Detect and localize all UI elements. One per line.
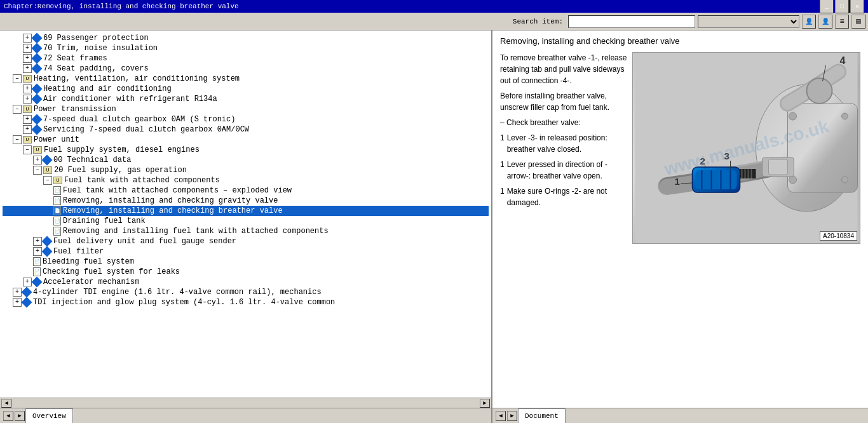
tree-item-label: Removing, installing and checking breath… bbox=[63, 206, 283, 215]
tree-item[interactable]: 📄 Bleeding fuel system bbox=[3, 257, 489, 267]
tree-item-label: Fuel supply system, diesel engines bbox=[44, 145, 200, 154]
step-text-3: Make sure O-rings -2- are not damaged. bbox=[507, 185, 627, 208]
expand-icon[interactable]: – bbox=[43, 176, 52, 185]
expand-icon[interactable]: – bbox=[13, 135, 22, 144]
expand-icon[interactable]: + bbox=[23, 125, 32, 134]
tree-item-label: Heating, ventilation, air conditioning s… bbox=[34, 74, 240, 83]
tree-item[interactable]: 📄 Fuel tank with attached components – e… bbox=[3, 185, 489, 196]
expand-icon[interactable]: + bbox=[23, 54, 32, 63]
tree-item[interactable]: + Air conditioner with refrigerant R134a bbox=[3, 94, 489, 104]
menu-button[interactable]: ▤ bbox=[851, 15, 865, 29]
nav-back-button[interactable]: ◀ bbox=[3, 411, 13, 421]
diag-num-1: 1 bbox=[675, 176, 680, 187]
document-tab[interactable]: Document bbox=[518, 408, 566, 423]
user-icon-button[interactable]: 👤 bbox=[802, 15, 816, 29]
tree-item[interactable]: 📄 Draining fuel tank bbox=[3, 216, 489, 226]
svg-point-20 bbox=[789, 176, 797, 184]
tree-item[interactable]: – U Fuel supply system, diesel engines bbox=[3, 145, 489, 155]
tree-item-label: Fuel filter bbox=[53, 247, 104, 256]
svg-point-22 bbox=[842, 177, 848, 183]
nav-forward-button[interactable]: ▶ bbox=[15, 411, 25, 421]
settings-button[interactable]: ≡ bbox=[835, 15, 849, 29]
scroll-right-button[interactable]: ▶ bbox=[480, 399, 490, 408]
right-panel: Removing, installing and checking breath… bbox=[492, 30, 868, 408]
expand-icon[interactable]: + bbox=[33, 237, 42, 246]
minimize-button[interactable]: _ bbox=[820, 0, 834, 13]
expand-icon[interactable]: + bbox=[23, 84, 32, 93]
maximize-button[interactable]: □ bbox=[835, 0, 849, 13]
tree-item-label: Draining fuel tank bbox=[63, 217, 146, 225]
tree-item-label: 00 Technical data bbox=[53, 156, 131, 164]
tree-item[interactable]: + Fuel delivery unit and fuel gauge send… bbox=[3, 236, 489, 246]
expand-icon[interactable]: + bbox=[23, 278, 32, 286]
status-bar: ◀ ▶ Overview ◀ ▶ Document bbox=[0, 408, 868, 423]
tree-item-label: Accelerator mechanism bbox=[43, 278, 139, 286]
step-num-3: 1 bbox=[500, 185, 505, 208]
diagram-svg: 4 bbox=[633, 53, 860, 243]
expand-icon[interactable]: + bbox=[23, 34, 32, 43]
search-label: Search item: bbox=[513, 18, 563, 25]
tree-item[interactable]: – U Power unit bbox=[3, 135, 489, 145]
tree-item[interactable]: 📄 Checking fuel system for leaks bbox=[3, 267, 489, 277]
expand-icon[interactable]: – bbox=[13, 105, 22, 114]
tree-item[interactable]: + 00 Technical data bbox=[3, 155, 489, 165]
expand-icon[interactable]: + bbox=[13, 298, 22, 307]
tree-item-label: 20 Fuel supply, gas operation bbox=[54, 166, 187, 175]
tree-item[interactable]: + Fuel filter bbox=[3, 246, 489, 257]
tree-item-label: Fuel tank with attached components bbox=[64, 176, 220, 185]
tree-item[interactable]: + Servicing 7-speed dual clutch gearbox … bbox=[3, 124, 489, 135]
tree-item[interactable]: – U Power transmission bbox=[3, 104, 489, 114]
svg-rect-24 bbox=[769, 159, 788, 175]
search-dropdown[interactable] bbox=[698, 15, 799, 28]
search-input[interactable] bbox=[568, 15, 695, 28]
expand-icon[interactable]: – bbox=[13, 74, 22, 83]
para-remove: To remove breather valve -1-, release re… bbox=[500, 52, 627, 86]
tree-item[interactable]: + 4-cylinder TDI engine (1.6 ltr. 4-valv… bbox=[3, 287, 489, 297]
diagram-image: 4 bbox=[633, 53, 860, 243]
tree-item[interactable]: + 72 Seat frames bbox=[3, 53, 489, 64]
step-text-2: Lever pressed in direction of -arrow-: b… bbox=[507, 159, 627, 182]
expand-icon[interactable]: + bbox=[33, 156, 42, 164]
para-before: Before installing breather valve, unscre… bbox=[500, 90, 627, 113]
nav-buttons-left: ◀ ▶ bbox=[3, 411, 25, 421]
expand-icon[interactable]: + bbox=[23, 115, 32, 124]
tree-item[interactable]: – U 20 Fuel supply, gas operation bbox=[3, 165, 489, 175]
user2-icon-button[interactable]: 👤 bbox=[818, 15, 832, 29]
tree-item[interactable]: + TDI injection and glow plug system (4-… bbox=[3, 297, 489, 307]
tree-hscrollbar[interactable]: ◀ ▶ bbox=[0, 398, 491, 408]
tree-item[interactable]: + 70 Trim, noise insulation bbox=[3, 43, 489, 53]
tree-item[interactable]: + 7-speed dual clutch gearbox 0AM (S tro… bbox=[3, 114, 489, 124]
tree-item[interactable]: + 69 Passenger protection bbox=[3, 33, 489, 43]
nav-back-button-right[interactable]: ◀ bbox=[496, 411, 506, 421]
tree-item-label: Removing and installing fuel tank with a… bbox=[63, 227, 329, 236]
tree-item-label: Bleeding fuel system bbox=[43, 257, 134, 266]
close-button[interactable]: ✕ bbox=[850, 0, 864, 13]
tree-item[interactable]: + 74 Seat padding, covers bbox=[3, 64, 489, 74]
tree-item[interactable]: + Heating and air conditioning bbox=[3, 84, 489, 94]
tree-item-selected[interactable]: 📄 Removing, installing and checking brea… bbox=[3, 206, 489, 216]
tree-item[interactable]: 📄 Removing and installing fuel tank with… bbox=[3, 226, 489, 236]
tree-item-label: Fuel tank with attached components – exp… bbox=[63, 186, 292, 195]
num-4: 4 bbox=[840, 55, 846, 66]
tree-container[interactable]: + 69 Passenger protection + 70 Trim, noi… bbox=[0, 30, 491, 398]
scroll-left-button[interactable]: ◀ bbox=[1, 399, 11, 408]
tree-item[interactable]: – U Fuel tank with attached components bbox=[3, 175, 489, 185]
tree-item[interactable]: + Accelerator mechanism bbox=[3, 277, 489, 287]
tree-item[interactable]: – U Heating, ventilation, air conditioni… bbox=[3, 74, 489, 84]
status-right: ◀ ▶ Document bbox=[492, 408, 868, 423]
tree-item[interactable]: 📄 Removing, installing and checking grav… bbox=[3, 196, 489, 206]
expand-icon[interactable]: – bbox=[33, 166, 42, 175]
expand-icon[interactable]: + bbox=[33, 247, 42, 256]
step-num-2: 1 bbox=[500, 159, 505, 182]
expand-icon[interactable]: + bbox=[13, 288, 22, 297]
nav-forward-button-right[interactable]: ▶ bbox=[507, 411, 517, 421]
content-section: To remove breather valve -1-, release re… bbox=[500, 52, 860, 244]
content-text-area: To remove breather valve -1-, release re… bbox=[500, 52, 627, 244]
overview-tab[interactable]: Overview bbox=[25, 408, 73, 423]
expand-icon[interactable]: – bbox=[23, 145, 32, 154]
toolbar: Search item: 👤 👤 ≡ ▤ bbox=[0, 13, 868, 30]
expand-icon[interactable]: + bbox=[23, 95, 32, 104]
expand-icon[interactable]: + bbox=[23, 44, 32, 53]
step-num-1: 1 bbox=[500, 132, 505, 155]
expand-icon[interactable]: + bbox=[23, 64, 32, 73]
